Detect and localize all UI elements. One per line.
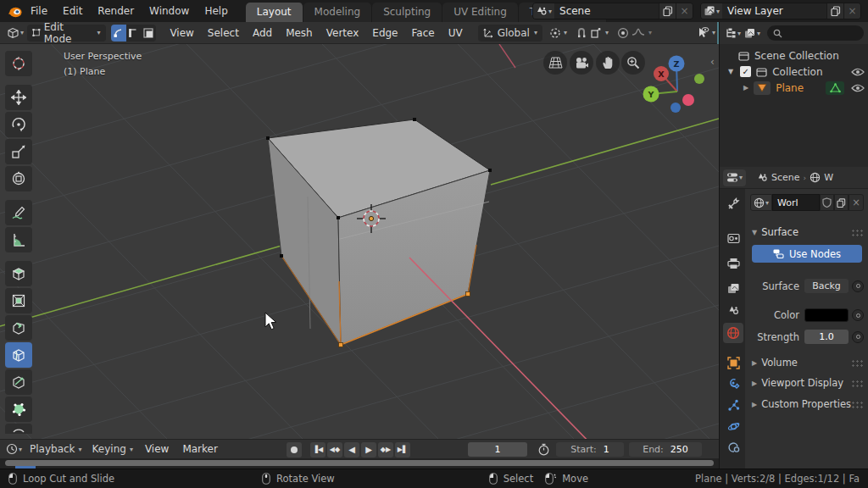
breadcrumb-world[interactable]: W	[824, 172, 833, 183]
strength-slider[interactable]: 1.0	[804, 330, 849, 344]
world-new-button[interactable]	[834, 194, 849, 211]
toggle-perspective-button[interactable]	[543, 51, 567, 75]
tool-transform[interactable]	[5, 166, 32, 191]
tab-tool[interactable]	[723, 193, 743, 214]
outliner-row-plane[interactable]: ▶ Plane	[720, 80, 868, 96]
prev-keyframe-button[interactable]: ◀◆	[327, 442, 342, 458]
panel-drag-handle[interactable]	[851, 229, 864, 236]
menu-add[interactable]: Add	[246, 27, 279, 39]
tool-rotate[interactable]	[5, 112, 32, 137]
show-gizmo-dropdown[interactable]: ▾	[696, 26, 715, 39]
menu-render[interactable]: Render	[90, 5, 142, 17]
tab-constraints[interactable]	[723, 437, 743, 458]
keying-menu[interactable]: Keying▾	[92, 443, 133, 455]
panel-drag-handle[interactable]	[851, 359, 864, 367]
world-name-field[interactable]: Worl	[772, 194, 820, 211]
tab-physics[interactable]	[723, 416, 743, 436]
scene-browse-button[interactable]: ▾	[533, 3, 554, 19]
edge-select-button[interactable]	[126, 25, 142, 42]
current-frame-field[interactable]: 1	[468, 442, 527, 457]
tool-inset-faces[interactable]	[5, 288, 32, 313]
outliner-search-input[interactable]	[767, 25, 864, 41]
chevron-down-icon[interactable]: ▾	[648, 29, 652, 36]
use-nodes-button[interactable]: Use Nodes	[752, 245, 862, 263]
view-layer-browse-button[interactable]: ▾	[701, 3, 722, 19]
tool-loop-cut[interactable]	[5, 342, 32, 368]
tab-particles[interactable]	[723, 395, 743, 415]
surface-value-dropdown[interactable]: Backg	[804, 279, 849, 293]
surface-socket-icon[interactable]	[852, 280, 864, 292]
cube-mesh[interactable]	[266, 118, 492, 347]
tool-annotate[interactable]	[5, 200, 32, 225]
tool-scale[interactable]	[5, 139, 32, 164]
world-browse-button[interactable]: ▾	[750, 194, 772, 211]
frame-start-field[interactable]: Start: 1	[556, 442, 624, 457]
world-unlink-button[interactable]: ×	[849, 194, 864, 211]
menu-edge[interactable]: Edge	[365, 27, 404, 39]
transform-orientation-dropdown[interactable]: Global ▾	[478, 25, 542, 42]
expand-triangle-icon[interactable]: ▶	[743, 84, 748, 92]
menu-uv[interactable]: UV	[442, 27, 470, 39]
view-layer-remove-button[interactable]: ×	[843, 3, 860, 19]
jump-to-start-button[interactable]: ▐◀	[310, 442, 326, 458]
tab-render[interactable]	[723, 228, 743, 248]
outliner-filter-button[interactable]: ▾	[744, 28, 760, 39]
tab-sculpting[interactable]: Sculpting	[372, 3, 442, 22]
tab-view-layer[interactable]	[723, 278, 743, 298]
tab-world[interactable]	[723, 323, 743, 343]
falloff-curve-icon[interactable]	[632, 27, 645, 38]
play-button[interactable]: ▶	[361, 442, 376, 458]
next-keyframe-button[interactable]: ◆▶	[378, 442, 393, 458]
eye-visibility-icon[interactable]	[851, 68, 865, 76]
view-layer-name-field[interactable]: View Layer	[722, 5, 826, 17]
outliner-row-scene-collection[interactable]: Scene Collection	[720, 47, 868, 64]
navigation-gizmo[interactable]: Z X Y	[640, 53, 716, 129]
magnet-snap-icon[interactable]	[576, 27, 587, 39]
properties-editor-type-button[interactable]: ▾	[723, 169, 746, 186]
tool-spin-partial[interactable]	[5, 424, 32, 434]
tool-extrude-region[interactable]	[5, 261, 32, 286]
tab-scene[interactable]	[723, 300, 743, 320]
scene-unlink-button[interactable]: ×	[676, 3, 693, 19]
timeline-view-menu[interactable]: View	[138, 443, 175, 455]
tool-cursor[interactable]	[5, 51, 32, 76]
tool-move[interactable]	[5, 85, 32, 110]
fake-user-button[interactable]	[820, 194, 834, 211]
camera-view-button[interactable]	[570, 51, 593, 75]
tool-poly-build[interactable]	[5, 396, 32, 422]
mode-dropdown[interactable]: Edit Mode ▾	[27, 25, 106, 42]
tab-modeling[interactable]: Modeling	[303, 3, 373, 22]
blender-logo-icon[interactable]	[7, 3, 23, 19]
auto-keying-button[interactable]	[287, 442, 302, 458]
tool-knife[interactable]	[5, 369, 32, 395]
tool-bevel[interactable]	[5, 315, 32, 341]
frame-end-field[interactable]: End: 250	[629, 442, 702, 457]
sidebar-collapse-chevron[interactable]: ‹	[710, 56, 715, 68]
pan-view-button[interactable]	[596, 51, 620, 75]
outliner-row-collection[interactable]: ▼ ✓ Collection	[720, 64, 868, 80]
color-socket-icon[interactable]	[852, 309, 864, 321]
strength-socket-icon[interactable]	[852, 331, 864, 343]
proportional-editing-icon[interactable]	[617, 27, 629, 39]
color-swatch[interactable]	[804, 308, 849, 322]
menu-view[interactable]: View	[163, 27, 200, 39]
tab-modifiers[interactable]	[723, 374, 743, 394]
timeline-editor-type-button[interactable]: ▾	[3, 443, 25, 455]
surface-panel-header[interactable]: ▼ Surface	[752, 226, 864, 238]
menu-mesh[interactable]: Mesh	[279, 27, 320, 39]
panel-drag-handle[interactable]	[851, 401, 864, 408]
playback-menu[interactable]: Playback▾	[30, 443, 82, 455]
stopwatch-icon[interactable]	[537, 443, 550, 456]
face-select-button[interactable]	[141, 25, 156, 42]
menu-file[interactable]: File	[23, 5, 55, 17]
tool-measure[interactable]	[5, 227, 32, 252]
tab-object[interactable]	[723, 352, 743, 373]
tab-output[interactable]	[723, 253, 743, 274]
breadcrumb-scene[interactable]: Scene	[771, 172, 800, 183]
view-layer-new-button[interactable]	[826, 3, 843, 19]
pivot-point-dropdown[interactable]: ▾	[549, 27, 567, 39]
eye-visibility-icon[interactable]	[851, 84, 865, 92]
jump-to-end-button[interactable]: ▶▌	[395, 442, 410, 458]
play-reverse-button[interactable]: ◀	[344, 442, 359, 458]
menu-select[interactable]: Select	[201, 27, 246, 39]
